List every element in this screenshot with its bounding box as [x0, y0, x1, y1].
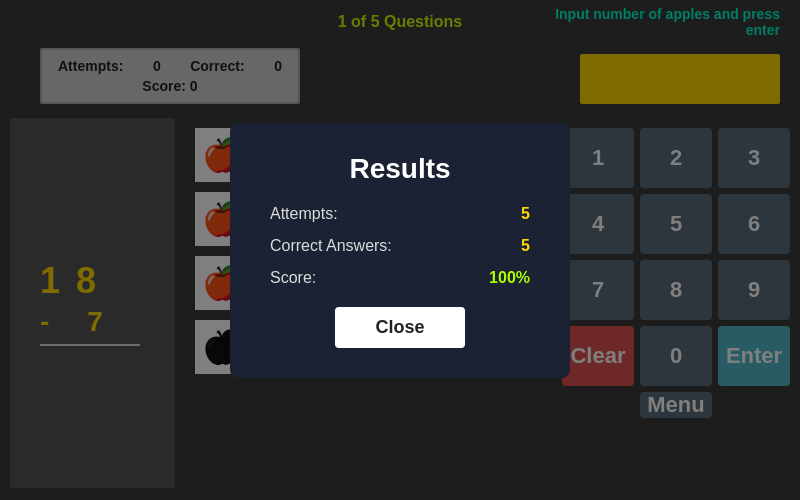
modal-overlay: Results Attempts: 5 Correct Answers: 5 S…: [0, 0, 800, 500]
results-attempts-row: Attempts: 5: [270, 205, 530, 223]
close-button[interactable]: Close: [335, 307, 464, 348]
results-score-value: 100%: [489, 269, 530, 287]
results-correct-value: 5: [521, 237, 530, 255]
results-attempts-value: 5: [521, 205, 530, 223]
results-correct-row: Correct Answers: 5: [270, 237, 530, 255]
results-modal: Results Attempts: 5 Correct Answers: 5 S…: [230, 123, 570, 378]
results-correct-label: Correct Answers:: [270, 237, 392, 255]
results-attempts-label: Attempts:: [270, 205, 338, 223]
results-title: Results: [270, 153, 530, 185]
results-score-row: Score: 100%: [270, 269, 530, 287]
results-score-label: Score:: [270, 269, 316, 287]
